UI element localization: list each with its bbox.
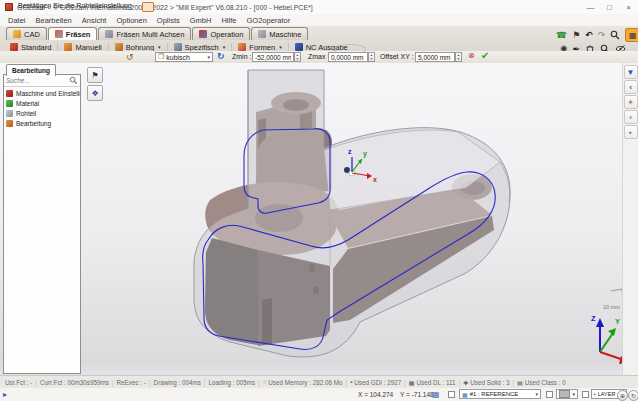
panel-search	[4, 75, 80, 87]
menu-gmbh[interactable]: GmbH	[185, 16, 217, 25]
stock-type-select[interactable]: ❒ kubisch ▾	[155, 52, 213, 62]
viewport[interactable]: z y x 10 mm Z Y X	[0, 63, 622, 375]
calculator-icon[interactable]: ▦	[625, 28, 638, 42]
undo-icon[interactable]: ↶	[585, 29, 593, 41]
zoom-icon[interactable]	[610, 29, 620, 41]
zmin-stepper[interactable]: ▴ ▾	[294, 52, 301, 62]
status-curr-fct: Curr.Fct : 00m30s959ms	[40, 379, 109, 386]
panel-tab-bearbeitung[interactable]: Bearbeitung	[6, 64, 56, 76]
svg-text:y: y	[363, 150, 367, 158]
chevron-down-icon: ▾	[207, 54, 210, 60]
svg-text:z: z	[348, 148, 352, 155]
material-icon	[6, 100, 13, 107]
application-window: GO2cam < © GO2cam International 2009 - 2…	[0, 0, 638, 401]
zmax-stepper[interactable]: ▴ ▾	[368, 52, 375, 62]
tab-fraesen[interactable]: Fräsen	[48, 27, 98, 40]
maximize-button[interactable]: □	[600, 0, 619, 14]
separator: |	[204, 379, 206, 386]
standard-icon	[10, 43, 18, 51]
zmax-input[interactable]	[328, 52, 368, 62]
separator: |	[459, 379, 461, 386]
mill-icon	[55, 30, 63, 38]
close-button[interactable]: ×	[619, 0, 638, 14]
tree-item-bearbeitung[interactable]: Bearbeitung	[6, 118, 80, 128]
separator: |	[346, 379, 348, 386]
chevron-down-icon: ▾	[535, 391, 538, 397]
dropdown-indicator-icon: ▾	[279, 44, 282, 50]
search-icon	[69, 76, 78, 85]
tree-item-maschine[interactable]: Maschine und Einstellmaße	[6, 88, 80, 98]
tab-fraesen-multi-achsen[interactable]: Fräsen Multi Achsen	[98, 27, 191, 40]
y-coordinate: Y = -71.148	[400, 391, 434, 398]
color-checkbox[interactable]	[546, 391, 553, 398]
prompt-label: Bestätigen Sie die Rohteileinstellung	[18, 2, 132, 9]
search-input[interactable]	[4, 77, 69, 84]
status-drawing: Drawing : 004ms	[154, 379, 201, 386]
tab-label: CAD	[24, 30, 40, 39]
reload-stock-icon[interactable]: ↻	[217, 51, 225, 61]
flag-tool-button[interactable]: ⚑	[87, 67, 103, 83]
right-toolbar: ▼ ‹ ✦ ‹ ▪	[622, 63, 638, 375]
bearbeitung-icon	[6, 120, 13, 127]
minimize-button[interactable]: —	[581, 0, 600, 14]
tab-label: Operation	[210, 30, 243, 39]
tool-icon[interactable]: ✦	[624, 95, 638, 109]
reference-checkbox[interactable]	[448, 391, 455, 398]
filter-icon[interactable]: ▼	[624, 65, 638, 79]
menu-optionen[interactable]: Optionen	[111, 16, 151, 25]
svg-text:Y: Y	[615, 317, 620, 326]
layer-icon: ▪	[594, 391, 596, 397]
solid-icon: ✚	[463, 379, 468, 386]
menu-bar: Datei Bearbeiten Ansicht Optionen Oplist…	[0, 14, 638, 26]
refresh-stock-icon[interactable]: ↺	[126, 52, 134, 62]
tree-item-material[interactable]: Material	[6, 98, 80, 108]
chevron-down-icon: ▾	[572, 391, 575, 397]
spin-down-icon[interactable]: ▾	[458, 57, 460, 61]
menu-bearbeiten[interactable]: Bearbeiten	[31, 16, 77, 25]
tab-cad[interactable]: CAD	[6, 27, 47, 40]
status-reexec: ReExec : -	[117, 379, 146, 386]
spin-down-icon[interactable]: ▾	[371, 57, 373, 61]
collapse-green-icon[interactable]: ‹	[624, 110, 638, 124]
menu-oplists[interactable]: Oplists	[152, 16, 185, 25]
confirm-check-icon[interactable]: ✔	[481, 50, 489, 61]
redo-icon[interactable]: ↷	[598, 29, 606, 41]
layer-checkbox[interactable]	[582, 391, 589, 398]
reference-select[interactable]: ▦ #1 : REFERENCE ▾	[459, 389, 541, 399]
separator: |	[149, 379, 151, 386]
tab-maschine[interactable]: Maschine	[251, 27, 308, 40]
refresh-view-icon[interactable]: ↻	[628, 390, 638, 401]
zmin-input[interactable]	[252, 52, 294, 62]
operation-icon	[199, 30, 207, 38]
color-swatch-select[interactable]: ▾	[556, 389, 578, 399]
collapse-blue-icon[interactable]: ‹	[624, 80, 638, 94]
svg-text:Z: Z	[591, 314, 596, 323]
status-bar: Usr.Fct : - | Curr.Fct : 00m30s959ms | R…	[0, 375, 638, 388]
tree-item-rohteil[interactable]: Rohteil	[6, 108, 80, 118]
separator: |	[35, 379, 37, 386]
zoom-fit-icon[interactable]: ⊕	[617, 390, 628, 401]
cube-icon: ❒	[158, 53, 164, 61]
cad-icon	[13, 30, 21, 38]
menu-hilfe[interactable]: Hilfe	[216, 16, 241, 25]
view-triad: Z Y X	[591, 314, 622, 373]
grid-toggle-icon[interactable]: ▦	[432, 390, 440, 399]
formen-icon	[238, 43, 246, 51]
info-icon[interactable]: ▸	[3, 390, 7, 399]
offset-xy-input[interactable]	[415, 52, 455, 62]
reference-value: #1 : REFERENCE	[470, 391, 534, 397]
nc-tool-button[interactable]: ❖	[87, 85, 103, 101]
separator: |	[512, 379, 514, 386]
flag-icon[interactable]: ⚑	[572, 29, 580, 41]
stock-box-icon[interactable]	[142, 2, 154, 12]
machining-panel: Maschine und Einstellmaße Material Rohte…	[3, 74, 81, 374]
menu-datei[interactable]: Datei	[3, 16, 31, 25]
phone-icon[interactable]: ☎	[556, 29, 567, 41]
offset-xy-stepper[interactable]: ▴ ▾	[455, 52, 462, 62]
menu-go2operator[interactable]: GO2operator	[241, 16, 295, 25]
spin-down-icon[interactable]: ▾	[297, 57, 299, 61]
capture-icon[interactable]: ▪	[624, 125, 638, 139]
tab-operation[interactable]: Operation	[192, 27, 250, 40]
reset-icon[interactable]: ⊗	[468, 51, 475, 60]
menu-ansicht[interactable]: Ansicht	[77, 16, 112, 25]
